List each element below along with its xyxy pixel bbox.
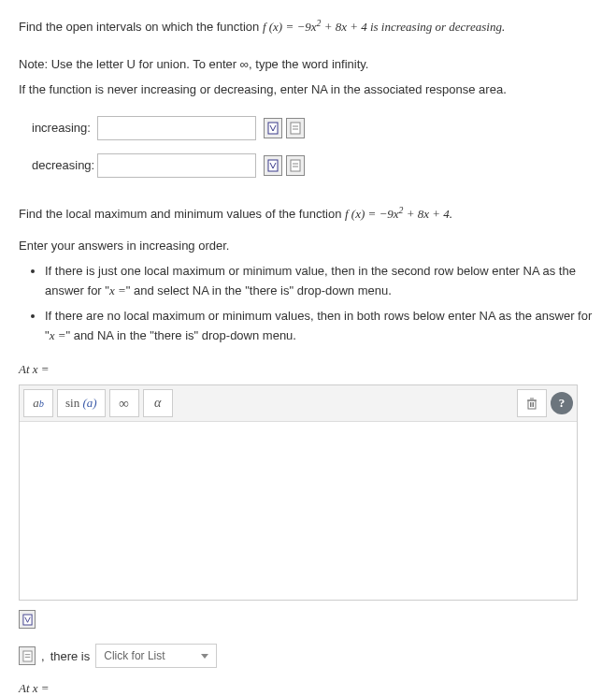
question-1: Find the open intervals on which the fun…: [19, 17, 597, 36]
q1-func: f (x) = −9x2 + 8x + 4 is increasing or d…: [263, 20, 505, 34]
q2-func: f (x) = −9x2 + 8x + 4.: [345, 207, 452, 221]
svg-rect-5: [291, 160, 300, 171]
decreasing-input[interactable]: [97, 153, 256, 178]
decreasing-label: decreasing:: [19, 158, 97, 172]
greek-button[interactable]: α: [143, 389, 173, 417]
preview-icon[interactable]: [286, 118, 305, 138]
help-button[interactable]: ?: [551, 392, 573, 414]
chevron-down-icon: [201, 654, 208, 659]
decreasing-row: decreasing:: [19, 153, 597, 178]
infinity-button[interactable]: ∞: [109, 389, 139, 417]
at-x-label-1: At x =: [19, 362, 597, 377]
math-editor-1: ab sin (a) ∞ α ?: [19, 384, 578, 601]
there-is-row: , there is Click for List: [19, 644, 597, 668]
svg-rect-14: [22, 615, 31, 625]
preview-icon[interactable]: [19, 646, 36, 665]
svg-rect-0: [268, 123, 278, 134]
superscript-button[interactable]: ab: [23, 389, 53, 417]
instruction-list: If there is just one local maximum or mi…: [45, 262, 597, 345]
instruction-2: If there are no local maximum or minimum…: [45, 307, 597, 346]
svg-rect-15: [22, 651, 31, 661]
question-2: Find the local maximum and minimum value…: [19, 204, 597, 224]
svg-rect-4: [268, 160, 278, 171]
instruction-1: If there is just one local maximum or mi…: [45, 262, 597, 301]
there-is-dropdown[interactable]: Click for List: [95, 644, 217, 668]
note-union: Note: Use the letter U for union. To ent…: [19, 55, 597, 74]
at-x-label-2: At x =: [19, 681, 597, 696]
dropdown-placeholder: Click for List: [104, 649, 165, 662]
function-button[interactable]: sin (a): [57, 389, 106, 417]
there-is-label: there is: [50, 649, 91, 663]
editor-input-1[interactable]: [20, 422, 577, 600]
svg-rect-1: [291, 123, 300, 134]
editor-toolbar-1: ab sin (a) ∞ α ?: [20, 385, 577, 422]
increasing-row: increasing:: [19, 116, 597, 140]
equation-preview-icon[interactable]: [19, 610, 36, 629]
instruction-header: Enter your answers in increasing order.: [19, 237, 597, 255]
comma-text: ,: [41, 649, 45, 663]
q1-prefix: Find the open intervals on which the fun…: [19, 20, 263, 34]
clear-button[interactable]: [517, 389, 547, 417]
increasing-input[interactable]: [97, 116, 256, 140]
preview-icon[interactable]: [286, 155, 305, 176]
q2-prefix: Find the local maximum and minimum value…: [19, 207, 345, 221]
equation-editor-icon[interactable]: [264, 118, 282, 138]
equation-editor-icon[interactable]: [264, 155, 282, 176]
note-na: If the function is never increasing or d…: [19, 80, 597, 99]
increasing-label: increasing:: [19, 121, 97, 135]
